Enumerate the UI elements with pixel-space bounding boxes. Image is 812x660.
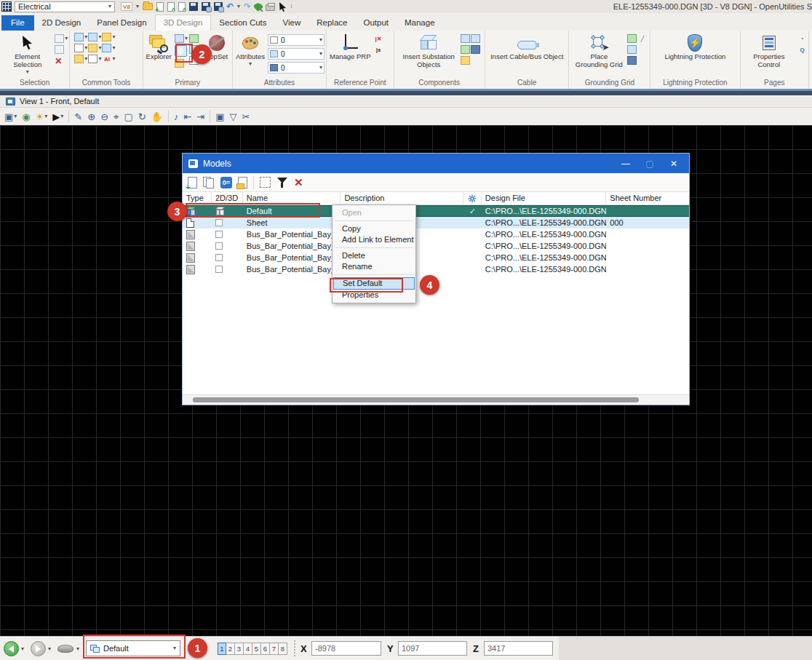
close-button[interactable]: ✕: [664, 159, 683, 169]
tab-panel-design[interactable]: Panel Design: [89, 15, 154, 31]
chevron-down-icon[interactable]: ▾: [48, 646, 51, 652]
properties-control-button[interactable]: Properties Control: [742, 33, 796, 79]
chevron-down-icon[interactable]: ▾: [65, 36, 68, 41]
view-toggle-7[interactable]: 7: [270, 643, 279, 655]
copy-model-button[interactable]: [203, 177, 215, 188]
new-model-button[interactable]: [188, 177, 197, 188]
dimension-icon[interactable]: [88, 33, 97, 41]
view-previous-button[interactable]: ⇤: [183, 112, 191, 122]
delete-element-icon[interactable]: ✕: [55, 56, 62, 66]
chevron-down-icon[interactable]: ▾: [98, 34, 101, 40]
clip-mask-button[interactable]: ✂: [242, 112, 250, 122]
active-color-combo[interactable]: 0 ▾: [268, 34, 325, 46]
view-toggle-1[interactable]: 1: [218, 643, 226, 655]
fence-icon[interactable]: [55, 34, 64, 43]
model-properties-button[interactable]: 0=: [220, 177, 232, 188]
chevron-down-icon[interactable]: ▾: [21, 646, 24, 652]
view-toggle-8[interactable]: 8: [279, 643, 287, 655]
v8-format-icon[interactable]: V8: [121, 2, 132, 11]
col-header-sheet-number[interactable]: Sheet Number: [606, 192, 689, 204]
chevron-down-icon[interactable]: ▾: [136, 4, 139, 9]
print-icon[interactable]: [266, 4, 275, 11]
update-view-button[interactable]: ✎: [74, 112, 82, 122]
horizontal-scrollbar[interactable]: [183, 394, 689, 405]
pan-view-button[interactable]: ✋: [151, 112, 163, 122]
insert-cable-bus-button[interactable]: Insert Cable/Bus Object: [489, 33, 565, 79]
view-toggle-5[interactable]: 5: [252, 643, 261, 655]
delete-model-button[interactable]: ✕: [294, 176, 303, 189]
redo-icon[interactable]: ↷: [244, 1, 251, 12]
chevron-down-icon[interactable]: ▾: [84, 56, 87, 62]
view-display-style-button[interactable]: ◉: [22, 112, 30, 122]
scrollbar-thumb[interactable]: [193, 397, 639, 402]
chevron-down-icon[interactable]: ▾: [98, 56, 101, 62]
fit-view-button[interactable]: ▢: [124, 112, 132, 122]
chevron-down-icon[interactable]: ▾: [84, 45, 87, 51]
explorer-button[interactable]: Explorer: [145, 33, 173, 79]
terminal-icon[interactable]: [471, 34, 480, 43]
back-button[interactable]: [4, 641, 19, 656]
view-toggle-2[interactable]: 2: [226, 643, 235, 655]
equipment-browser-icon[interactable]: [461, 34, 470, 43]
zoom-out-button[interactable]: ⊖: [100, 112, 108, 122]
prp-delete-icon[interactable]: |✕: [374, 34, 383, 43]
copy-view-button[interactable]: ▣: [215, 112, 224, 122]
chevron-down-icon[interactable]: ▾: [112, 45, 115, 51]
active-line-style-combo[interactable]: 0 ▾: [268, 48, 325, 60]
prp-offset-icon[interactable]: |±: [374, 45, 383, 54]
window-area-button[interactable]: ⌖: [114, 112, 119, 122]
import-model-button[interactable]: [238, 177, 247, 188]
tab-3d-design[interactable]: 3D Design: [155, 15, 212, 31]
part-icon[interactable]: [461, 56, 470, 65]
save-as-icon[interactable]: [214, 2, 223, 11]
menu-item-add-link[interactable]: Add Link to Element: [333, 234, 415, 245]
view-toggle-3[interactable]: 3: [235, 643, 244, 655]
new-file-icon[interactable]: [156, 2, 164, 12]
undo-icon[interactable]: ↶: [226, 1, 234, 12]
open-folder-icon[interactable]: [143, 3, 153, 10]
fence-tools-icon[interactable]: [74, 33, 84, 41]
grounding-plate-icon[interactable]: [627, 56, 637, 65]
zoom-in-button[interactable]: ⊕: [87, 112, 95, 122]
saved-views-button[interactable]: [57, 645, 73, 653]
save-icon[interactable]: [189, 2, 198, 11]
filter-button[interactable]: [276, 177, 288, 188]
table-row-drawing[interactable]: Bus_Bar_Potential_Bay_Dra C:\PRO...\ELE-…: [183, 228, 689, 240]
chevron-down-icon[interactable]: ▾: [185, 36, 188, 41]
line-tools-icon[interactable]: [74, 55, 84, 63]
insert-substation-objects-button[interactable]: Insert Substation Objects: [398, 33, 459, 79]
element-selection-button[interactable]: Element Selection ▾: [1, 33, 53, 79]
walk-button[interactable]: ♪: [174, 112, 179, 122]
tab-2d-design[interactable]: 2D Design: [34, 15, 89, 31]
view-toggle-6[interactable]: 6: [261, 643, 270, 655]
chevron-down-icon[interactable]: ▾: [112, 56, 115, 62]
display-style-button[interactable]: ▶▾: [52, 112, 63, 122]
workflow-selector[interactable]: Electrical ▾: [15, 1, 115, 12]
forward-button[interactable]: [31, 641, 46, 656]
place-grounding-grid-button[interactable]: ➤ Place Grounding Grid: [572, 33, 626, 79]
tab-section-cuts[interactable]: Section Cuts: [211, 15, 274, 31]
tab-manage[interactable]: Manage: [397, 15, 443, 31]
select-by-icon[interactable]: [55, 45, 64, 54]
sheet-index-icon[interactable]: [175, 34, 184, 43]
col-header-active[interactable]: [463, 192, 482, 204]
grounding-conductor-icon[interactable]: [627, 45, 637, 54]
clip-volume-button[interactable]: ▽: [229, 112, 236, 122]
view-toggle-4[interactable]: 4: [244, 643, 252, 655]
tab-replace[interactable]: Replace: [309, 15, 355, 31]
table-row-drawing[interactable]: Bus_Bar_Potential_Bay_Dra C:\PRO...\ELE-…: [183, 252, 689, 263]
x-coordinate-input[interactable]: [311, 641, 381, 656]
scale-icon[interactable]: [74, 44, 84, 52]
view-next-button[interactable]: ⇥: [196, 112, 204, 122]
references-icon[interactable]: [189, 34, 199, 43]
chevron-down-icon[interactable]: ▾: [76, 646, 79, 652]
import-component-icon[interactable]: [471, 45, 480, 54]
y-coordinate-input[interactable]: [398, 641, 467, 656]
tab-view[interactable]: View: [275, 15, 309, 31]
maximize-button[interactable]: ▢: [640, 159, 659, 169]
open-recent-icon[interactable]: [178, 2, 186, 12]
cell-library-icon[interactable]: [102, 44, 111, 52]
shape-icon[interactable]: [88, 55, 97, 63]
adjust-brightness-button[interactable]: ☀▾: [36, 112, 48, 122]
node-icon[interactable]: [461, 45, 470, 54]
